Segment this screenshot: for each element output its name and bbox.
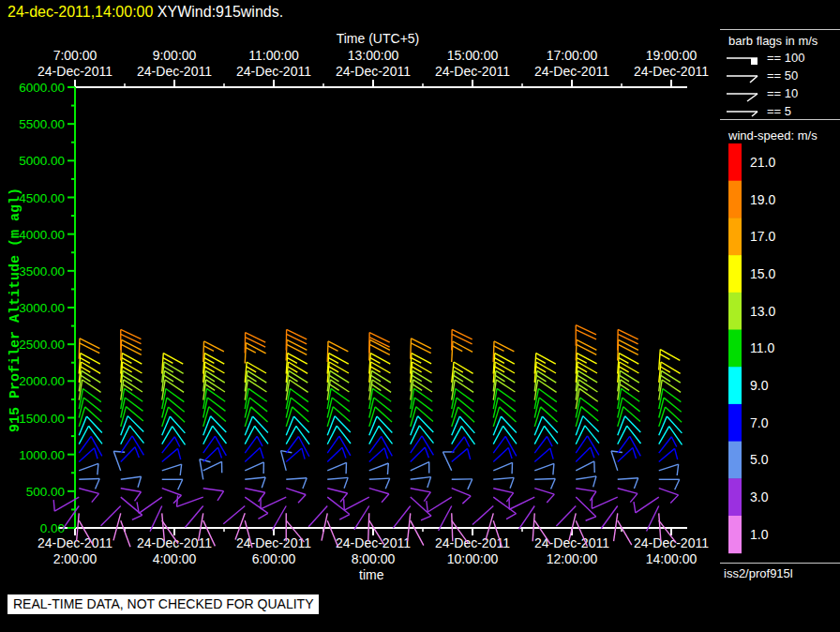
wind-barb <box>411 462 429 474</box>
barb-half-tick <box>384 448 388 459</box>
wind-barb <box>79 362 100 383</box>
barb-staff <box>113 451 121 471</box>
top-axis-date-label: 24-Dec-2011 <box>534 64 609 79</box>
barb-full-tick <box>577 339 596 350</box>
barb-staff <box>245 477 265 479</box>
bottom-axis-time-label: 6:00:00 <box>252 551 296 566</box>
barb-half-tick <box>387 463 388 474</box>
wind-barb <box>327 497 350 519</box>
barb-half-tick <box>425 447 428 458</box>
wind-barb <box>121 520 130 547</box>
barb-staff <box>203 461 222 471</box>
colorbar-swatch <box>728 367 742 404</box>
barb-staff <box>177 497 203 506</box>
barb-staff <box>203 436 216 453</box>
barb-full-tick <box>329 354 349 365</box>
barb-full-tick <box>505 436 517 456</box>
wind-barb <box>518 506 534 530</box>
barb-full-tick <box>169 407 186 422</box>
barb-half-tick <box>218 447 222 458</box>
barb-full-tick <box>377 416 392 433</box>
barb-staff <box>245 462 263 471</box>
colorbar-swatch <box>728 478 742 516</box>
barb-staff <box>281 451 287 471</box>
barb-staff <box>245 489 265 493</box>
wind-barb <box>576 497 596 520</box>
barb-half-tick <box>342 447 346 458</box>
barb-full-tick <box>577 344 596 354</box>
wind-barb <box>659 479 680 489</box>
barb-legend-row-5: == 5 <box>724 102 838 120</box>
wind-barb <box>162 489 182 504</box>
barb-half-tick <box>258 513 267 519</box>
barb-staff <box>428 497 451 512</box>
barb-full-tick <box>495 354 515 365</box>
barb-staff <box>286 437 298 454</box>
barb-full-tick <box>129 426 143 444</box>
barb-half-tick <box>302 448 305 459</box>
barb-half-tick <box>262 477 265 488</box>
legend-separator-mid <box>720 119 840 120</box>
barb-half-tick <box>174 437 179 447</box>
y-axis-tick-label: 500.00 <box>26 485 65 499</box>
barb-full-tick <box>630 436 641 456</box>
wind-barb <box>601 506 618 529</box>
barb-half-tick <box>132 515 142 519</box>
barb-staff <box>576 436 587 453</box>
barb-full-tick <box>288 354 308 365</box>
y-axis-tick-label: 2000.00 <box>19 374 65 388</box>
barb-full-tick <box>452 329 472 339</box>
barb-staff <box>576 497 596 517</box>
colorbar-swatch <box>728 255 742 293</box>
barb-full-tick <box>80 343 99 354</box>
wind-barb <box>203 461 222 473</box>
y-axis-tick-label: 4500.00 <box>19 191 65 205</box>
barb-staff <box>493 462 512 471</box>
wind-barb <box>185 506 202 528</box>
wind-barb <box>411 339 431 359</box>
y-axis-tick-label: 0.00 <box>40 521 65 535</box>
wind-barb <box>634 497 659 513</box>
barb-half-tick <box>494 346 504 351</box>
barb-half-tick <box>634 478 638 489</box>
barb-staff <box>162 437 175 453</box>
barb-full-tick <box>80 339 99 349</box>
wind-barb <box>121 407 143 427</box>
barb-full-tick <box>170 416 185 433</box>
barb-staff <box>327 462 346 471</box>
barb-legend-title: barb flags in m/s <box>728 34 818 48</box>
barb-staff <box>121 520 130 547</box>
wind-barb <box>493 477 514 488</box>
barb-full-tick <box>412 339 431 349</box>
barb-staff <box>534 463 554 471</box>
y-axis-tick-label: 5000.00 <box>19 154 65 168</box>
barb-full-tick <box>246 333 266 343</box>
wind-barb <box>411 388 432 409</box>
wind-barb <box>452 448 471 461</box>
barb-full-tick <box>204 341 224 352</box>
barb-full-tick <box>536 354 556 365</box>
barb-staff <box>576 476 596 479</box>
barb-half-tick <box>260 447 263 458</box>
legend-separator-top <box>720 29 840 30</box>
wind-barb <box>177 495 203 506</box>
barb-half-tick <box>344 477 348 488</box>
bottom-axis-date-label: 24-Dec-2011 <box>336 535 411 550</box>
barb-staff <box>509 497 534 509</box>
barb-full-tick <box>339 436 351 456</box>
barb-half-tick <box>178 479 183 489</box>
wind-barb <box>659 362 681 383</box>
barb-staff <box>452 437 465 453</box>
barb-full-tick <box>583 416 599 432</box>
wind-barb <box>261 497 286 509</box>
barb-half-tick <box>177 495 178 506</box>
barb-full-tick <box>246 338 266 348</box>
colorbar-label: 17.0 <box>750 229 775 244</box>
colorbar-swatch <box>728 516 742 553</box>
barb-staff <box>493 436 505 453</box>
barb-staff <box>411 339 412 359</box>
barb-half-tick <box>547 437 552 447</box>
barb-staff <box>327 489 347 493</box>
legend-separator-bottom <box>720 563 840 564</box>
barb-half-tick <box>382 494 389 503</box>
